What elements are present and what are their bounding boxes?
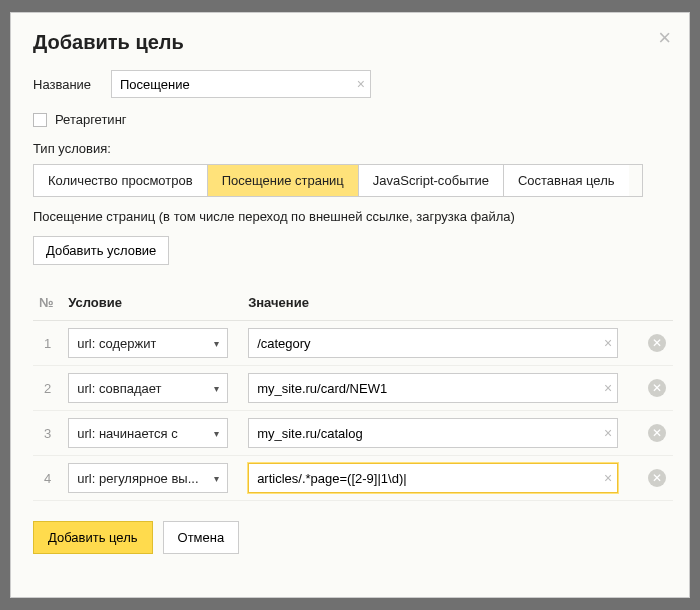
- value-input[interactable]: [248, 463, 618, 493]
- add-condition-button[interactable]: Добавить условие: [33, 236, 169, 265]
- clear-value-icon[interactable]: ×: [604, 470, 612, 486]
- name-label: Название: [33, 77, 101, 92]
- table-row: 4url: регулярное вы...▾×✕: [33, 456, 673, 501]
- col-value-header: Значение: [242, 287, 641, 321]
- value-input[interactable]: [248, 328, 618, 358]
- col-num-header: №: [33, 287, 62, 321]
- chevron-down-icon: ▾: [214, 338, 219, 349]
- name-input[interactable]: [111, 70, 371, 98]
- condition-select-value: url: совпадает: [77, 381, 161, 396]
- condition-description: Посещение страниц (в том числе переход п…: [33, 209, 667, 224]
- condition-select[interactable]: url: совпадает▾: [68, 373, 228, 403]
- modal-footer: Добавить цель Отмена: [33, 521, 667, 554]
- delete-row-icon[interactable]: ✕: [648, 334, 666, 352]
- tab-views[interactable]: Количество просмотров: [34, 165, 208, 196]
- condition-select-value: url: начинается с: [77, 426, 178, 441]
- clear-value-icon[interactable]: ×: [604, 380, 612, 396]
- delete-row-icon[interactable]: ✕: [648, 424, 666, 442]
- delete-row-icon[interactable]: ✕: [648, 379, 666, 397]
- condition-select-value: url: регулярное вы...: [77, 471, 198, 486]
- name-row: Название ×: [33, 70, 667, 98]
- modal-title: Добавить цель: [33, 31, 667, 54]
- condition-select[interactable]: url: начинается с▾: [68, 418, 228, 448]
- conditions-table: № Условие Значение 1url: содержит▾×✕2url…: [33, 287, 673, 501]
- value-input[interactable]: [248, 373, 618, 403]
- tab-composite[interactable]: Составная цель: [504, 165, 629, 196]
- condition-select[interactable]: url: содержит▾: [68, 328, 228, 358]
- tab-page-visit[interactable]: Посещение страниц: [208, 165, 359, 196]
- table-row: 2url: совпадает▾×✕: [33, 366, 673, 411]
- submit-button[interactable]: Добавить цель: [33, 521, 153, 554]
- row-number: 4: [33, 456, 62, 501]
- tab-js-event[interactable]: JavaScript-событие: [359, 165, 504, 196]
- clear-value-icon[interactable]: ×: [604, 335, 612, 351]
- condition-select-value: url: содержит: [77, 336, 156, 351]
- value-input[interactable]: [248, 418, 618, 448]
- row-number: 2: [33, 366, 62, 411]
- delete-row-icon[interactable]: ✕: [648, 469, 666, 487]
- retargeting-label: Ретаргетинг: [55, 112, 127, 127]
- chevron-down-icon: ▾: [214, 473, 219, 484]
- row-number: 3: [33, 411, 62, 456]
- condition-type-label: Тип условия:: [33, 141, 667, 156]
- chevron-down-icon: ▾: [214, 428, 219, 439]
- clear-value-icon[interactable]: ×: [604, 425, 612, 441]
- condition-type-tabs: Количество просмотров Посещение страниц …: [33, 164, 643, 197]
- retargeting-row: Ретаргетинг: [33, 112, 667, 127]
- condition-select[interactable]: url: регулярное вы...▾: [68, 463, 228, 493]
- clear-name-icon[interactable]: ×: [357, 76, 365, 92]
- cancel-button[interactable]: Отмена: [163, 521, 240, 554]
- retargeting-checkbox[interactable]: [33, 113, 47, 127]
- close-icon[interactable]: ×: [658, 27, 671, 49]
- col-condition-header: Условие: [62, 287, 242, 321]
- table-row: 3url: начинается с▾×✕: [33, 411, 673, 456]
- row-number: 1: [33, 321, 62, 366]
- add-goal-modal: × Добавить цель Название × Ретаргетинг Т…: [10, 12, 690, 598]
- chevron-down-icon: ▾: [214, 383, 219, 394]
- table-row: 1url: содержит▾×✕: [33, 321, 673, 366]
